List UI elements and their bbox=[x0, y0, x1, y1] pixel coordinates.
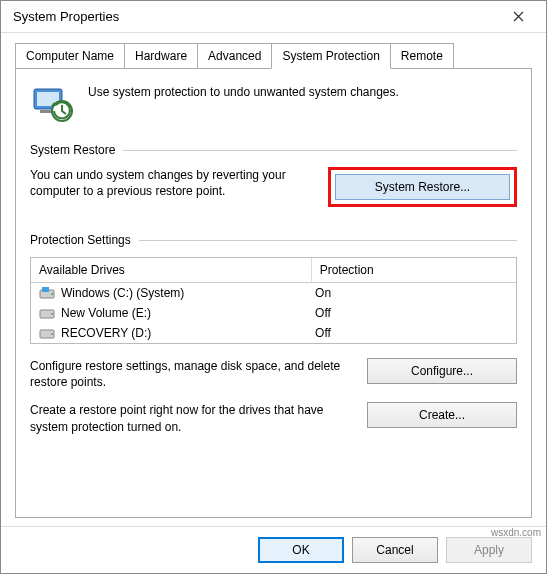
tab-system-protection[interactable]: System Protection bbox=[271, 43, 390, 69]
create-row: Create a restore point right now for the… bbox=[30, 402, 517, 434]
intro-row: Use system protection to undo unwanted s… bbox=[30, 81, 517, 125]
svg-point-10 bbox=[51, 333, 53, 335]
divider bbox=[139, 240, 517, 241]
system-restore-button[interactable]: System Restore... bbox=[335, 174, 510, 200]
tab-advanced[interactable]: Advanced bbox=[197, 43, 272, 68]
titlebar: System Properties bbox=[1, 1, 546, 33]
system-restore-row: You can undo system changes by reverting… bbox=[30, 167, 517, 207]
svg-point-8 bbox=[51, 313, 53, 315]
intro-text: Use system protection to undo unwanted s… bbox=[88, 81, 399, 99]
drive-icon bbox=[39, 326, 55, 340]
tabstrip: Computer Name Hardware Advanced System P… bbox=[15, 43, 532, 69]
tab-computer-name[interactable]: Computer Name bbox=[15, 43, 125, 68]
table-row[interactable]: Windows (C:) (System) On bbox=[31, 283, 516, 303]
col-protection[interactable]: Protection bbox=[312, 258, 516, 282]
configure-desc: Configure restore settings, manage disk … bbox=[30, 358, 355, 390]
drive-status: Off bbox=[315, 306, 508, 320]
drives-table: Available Drives Protection Windows (C:)… bbox=[30, 257, 517, 344]
group-system-restore: System Restore bbox=[30, 143, 517, 157]
drive-status: On bbox=[315, 286, 508, 300]
highlight-box: System Restore... bbox=[328, 167, 517, 207]
configure-button[interactable]: Configure... bbox=[367, 358, 517, 384]
table-header: Available Drives Protection bbox=[31, 258, 516, 283]
drive-name: New Volume (E:) bbox=[61, 306, 151, 320]
create-desc: Create a restore point right now for the… bbox=[30, 402, 355, 434]
watermark: wsxdn.com bbox=[491, 527, 541, 538]
content-area: Computer Name Hardware Advanced System P… bbox=[1, 33, 546, 526]
system-restore-desc: You can undo system changes by reverting… bbox=[30, 167, 316, 199]
protection-settings-heading: Protection Settings bbox=[30, 233, 131, 247]
svg-point-6 bbox=[51, 293, 53, 295]
create-button[interactable]: Create... bbox=[367, 402, 517, 428]
svg-rect-5 bbox=[42, 287, 49, 292]
divider bbox=[123, 150, 517, 151]
tab-hardware[interactable]: Hardware bbox=[124, 43, 198, 68]
configure-row: Configure restore settings, manage disk … bbox=[30, 358, 517, 390]
system-properties-window: System Properties Computer Name Hardware… bbox=[0, 0, 547, 574]
system-restore-heading: System Restore bbox=[30, 143, 115, 157]
system-restore-icon bbox=[30, 81, 74, 125]
drive-system-icon bbox=[39, 286, 55, 300]
cancel-button[interactable]: Cancel bbox=[352, 537, 438, 563]
table-row[interactable]: RECOVERY (D:) Off bbox=[31, 323, 516, 343]
apply-button: Apply bbox=[446, 537, 532, 563]
col-available-drives[interactable]: Available Drives bbox=[31, 258, 312, 282]
ok-button[interactable]: OK bbox=[258, 537, 344, 563]
drive-icon bbox=[39, 306, 55, 320]
drive-name: RECOVERY (D:) bbox=[61, 326, 151, 340]
dialog-footer: OK Cancel Apply bbox=[1, 526, 546, 573]
tab-remote[interactable]: Remote bbox=[390, 43, 454, 68]
drive-name: Windows (C:) (System) bbox=[61, 286, 184, 300]
drive-status: Off bbox=[315, 326, 508, 340]
group-protection-settings: Protection Settings bbox=[30, 233, 517, 247]
close-icon bbox=[513, 11, 524, 22]
close-button[interactable] bbox=[498, 3, 538, 31]
table-row[interactable]: New Volume (E:) Off bbox=[31, 303, 516, 323]
tab-panel-system-protection: Use system protection to undo unwanted s… bbox=[15, 69, 532, 518]
window-title: System Properties bbox=[13, 9, 498, 24]
